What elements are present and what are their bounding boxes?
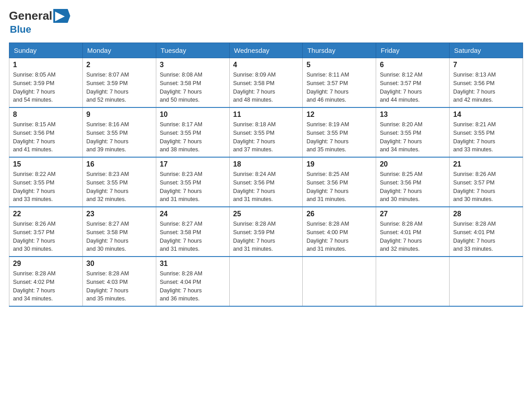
calendar-cell: 5 Sunrise: 8:11 AMSunset: 3:57 PMDayligh… — [303, 58, 376, 108]
calendar-cell: 29 Sunrise: 8:28 AMSunset: 4:02 PMDaylig… — [9, 257, 83, 306]
day-number: 19 — [306, 160, 372, 168]
day-number: 28 — [453, 210, 519, 218]
day-info: Sunrise: 8:07 AMSunset: 3:59 PMDaylight:… — [86, 72, 129, 103]
weekday-header-friday: Friday — [376, 43, 450, 58]
logo: General ▶ Blue — [9, 9, 70, 35]
day-info: Sunrise: 8:27 AMSunset: 3:58 PMDaylight:… — [160, 221, 202, 252]
day-number: 31 — [160, 260, 226, 268]
day-number: 27 — [380, 210, 446, 218]
day-info: Sunrise: 8:15 AMSunset: 3:56 PMDaylight:… — [13, 121, 56, 153]
day-number: 8 — [13, 111, 79, 119]
calendar-cell: 24 Sunrise: 8:27 AMSunset: 3:58 PMDaylig… — [156, 207, 229, 257]
day-info: Sunrise: 8:11 AMSunset: 3:57 PMDaylight:… — [306, 72, 349, 103]
calendar-cell: 22 Sunrise: 8:26 AMSunset: 3:57 PMDaylig… — [9, 207, 83, 257]
logo-blue-text: Blue — [10, 24, 31, 35]
day-info: Sunrise: 8:08 AMSunset: 3:58 PMDaylight:… — [160, 72, 202, 103]
calendar-cell: 13 Sunrise: 8:20 AMSunset: 3:55 PMDaylig… — [376, 107, 450, 157]
day-number: 17 — [160, 160, 226, 168]
day-info: Sunrise: 8:23 AMSunset: 3:55 PMDaylight:… — [86, 171, 129, 202]
day-number: 3 — [160, 61, 226, 69]
day-info: Sunrise: 8:28 AMSunset: 4:01 PMDaylight:… — [380, 221, 422, 252]
day-number: 1 — [13, 61, 79, 69]
day-number: 18 — [233, 160, 299, 168]
calendar-cell: 12 Sunrise: 8:19 AMSunset: 3:55 PMDaylig… — [303, 107, 376, 157]
calendar-cell: 1 Sunrise: 8:05 AMSunset: 3:59 PMDayligh… — [9, 58, 83, 108]
day-number: 30 — [86, 260, 152, 268]
day-info: Sunrise: 8:25 AMSunset: 3:56 PMDaylight:… — [380, 171, 422, 202]
calendar-cell: 31 Sunrise: 8:28 AMSunset: 4:04 PMDaylig… — [156, 257, 229, 306]
calendar-cell: 28 Sunrise: 8:28 AMSunset: 4:01 PMDaylig… — [450, 207, 523, 257]
calendar-cell — [229, 257, 303, 306]
calendar-cell: 6 Sunrise: 8:12 AMSunset: 3:57 PMDayligh… — [376, 58, 450, 108]
calendar-cell: 21 Sunrise: 8:26 AMSunset: 3:57 PMDaylig… — [450, 157, 523, 207]
day-number: 15 — [13, 160, 79, 168]
calendar-cell: 2 Sunrise: 8:07 AMSunset: 3:59 PMDayligh… — [82, 58, 156, 108]
calendar-cell: 8 Sunrise: 8:15 AMSunset: 3:56 PMDayligh… — [9, 107, 83, 157]
weekday-header-thursday: Thursday — [303, 43, 376, 58]
weekday-header-saturday: Saturday — [450, 43, 523, 58]
day-info: Sunrise: 8:18 AMSunset: 3:55 PMDaylight:… — [233, 121, 276, 153]
day-info: Sunrise: 8:28 AMSunset: 4:02 PMDaylight:… — [13, 270, 56, 302]
calendar-table: SundayMondayTuesdayWednesdayThursdayFrid… — [9, 43, 523, 307]
day-info: Sunrise: 8:26 AMSunset: 3:57 PMDaylight:… — [13, 221, 56, 252]
day-number: 20 — [380, 160, 446, 168]
day-info: Sunrise: 8:09 AMSunset: 3:58 PMDaylight:… — [233, 72, 276, 103]
day-number: 26 — [306, 210, 372, 218]
calendar-cell — [376, 257, 450, 306]
day-number: 12 — [306, 111, 372, 119]
day-info: Sunrise: 8:19 AMSunset: 3:55 PMDaylight:… — [306, 121, 349, 153]
day-number: 11 — [233, 111, 299, 119]
calendar-cell: 30 Sunrise: 8:28 AMSunset: 4:03 PMDaylig… — [82, 257, 156, 306]
day-info: Sunrise: 8:17 AMSunset: 3:55 PMDaylight:… — [160, 121, 202, 153]
day-info: Sunrise: 8:22 AMSunset: 3:55 PMDaylight:… — [13, 171, 56, 202]
calendar-cell: 19 Sunrise: 8:25 AMSunset: 3:56 PMDaylig… — [303, 157, 376, 207]
calendar-cell: 20 Sunrise: 8:25 AMSunset: 3:56 PMDaylig… — [376, 157, 450, 207]
page-header: General ▶ Blue — [9, 9, 523, 35]
day-info: Sunrise: 8:20 AMSunset: 3:55 PMDaylight:… — [380, 121, 422, 153]
weekday-header-tuesday: Tuesday — [156, 43, 229, 58]
day-info: Sunrise: 8:28 AMSunset: 4:03 PMDaylight:… — [86, 270, 129, 302]
day-info: Sunrise: 8:28 AMSunset: 4:04 PMDaylight:… — [160, 270, 202, 302]
calendar-cell: 10 Sunrise: 8:17 AMSunset: 3:55 PMDaylig… — [156, 107, 229, 157]
day-number: 14 — [453, 111, 519, 119]
weekday-header-row: SundayMondayTuesdayWednesdayThursdayFrid… — [9, 43, 523, 58]
day-number: 5 — [306, 61, 372, 69]
day-number: 9 — [86, 111, 152, 119]
logo-arrow: ▶ — [53, 9, 70, 23]
day-number: 21 — [453, 160, 519, 168]
day-number: 2 — [86, 61, 152, 69]
calendar-cell: 16 Sunrise: 8:23 AMSunset: 3:55 PMDaylig… — [82, 157, 156, 207]
calendar-cell: 25 Sunrise: 8:28 AMSunset: 3:59 PMDaylig… — [229, 207, 303, 257]
day-info: Sunrise: 8:28 AMSunset: 4:00 PMDaylight:… — [306, 221, 349, 252]
calendar-cell: 26 Sunrise: 8:28 AMSunset: 4:00 PMDaylig… — [303, 207, 376, 257]
calendar-week-row: 1 Sunrise: 8:05 AMSunset: 3:59 PMDayligh… — [9, 58, 523, 108]
day-info: Sunrise: 8:13 AMSunset: 3:56 PMDaylight:… — [453, 72, 496, 103]
day-info: Sunrise: 8:27 AMSunset: 3:58 PMDaylight:… — [86, 221, 129, 252]
calendar-cell: 4 Sunrise: 8:09 AMSunset: 3:58 PMDayligh… — [229, 58, 303, 108]
calendar-week-row: 29 Sunrise: 8:28 AMSunset: 4:02 PMDaylig… — [9, 257, 523, 306]
calendar-week-row: 22 Sunrise: 8:26 AMSunset: 3:57 PMDaylig… — [9, 207, 523, 257]
calendar-cell: 17 Sunrise: 8:23 AMSunset: 3:55 PMDaylig… — [156, 157, 229, 207]
day-number: 16 — [86, 160, 152, 168]
day-number: 7 — [453, 61, 519, 69]
day-number: 25 — [233, 210, 299, 218]
calendar-cell: 11 Sunrise: 8:18 AMSunset: 3:55 PMDaylig… — [229, 107, 303, 157]
calendar-cell: 14 Sunrise: 8:21 AMSunset: 3:55 PMDaylig… — [450, 107, 523, 157]
day-info: Sunrise: 8:28 AMSunset: 4:01 PMDaylight:… — [453, 221, 496, 252]
weekday-header-sunday: Sunday — [9, 43, 83, 58]
calendar-cell: 23 Sunrise: 8:27 AMSunset: 3:58 PMDaylig… — [82, 207, 156, 257]
day-info: Sunrise: 8:28 AMSunset: 3:59 PMDaylight:… — [233, 221, 276, 252]
calendar-week-row: 8 Sunrise: 8:15 AMSunset: 3:56 PMDayligh… — [9, 107, 523, 157]
day-info: Sunrise: 8:16 AMSunset: 3:55 PMDaylight:… — [86, 121, 129, 153]
day-number: 22 — [13, 210, 79, 218]
calendar-cell — [303, 257, 376, 306]
calendar-cell: 9 Sunrise: 8:16 AMSunset: 3:55 PMDayligh… — [82, 107, 156, 157]
calendar-week-row: 15 Sunrise: 8:22 AMSunset: 3:55 PMDaylig… — [9, 157, 523, 207]
day-info: Sunrise: 8:23 AMSunset: 3:55 PMDaylight:… — [160, 171, 202, 202]
calendar-cell: 3 Sunrise: 8:08 AMSunset: 3:58 PMDayligh… — [156, 58, 229, 108]
day-info: Sunrise: 8:21 AMSunset: 3:55 PMDaylight:… — [453, 121, 496, 153]
day-info: Sunrise: 8:24 AMSunset: 3:56 PMDaylight:… — [233, 171, 276, 202]
weekday-header-wednesday: Wednesday — [229, 43, 303, 58]
day-number: 13 — [380, 111, 446, 119]
logo-general-text: General — [9, 9, 52, 23]
